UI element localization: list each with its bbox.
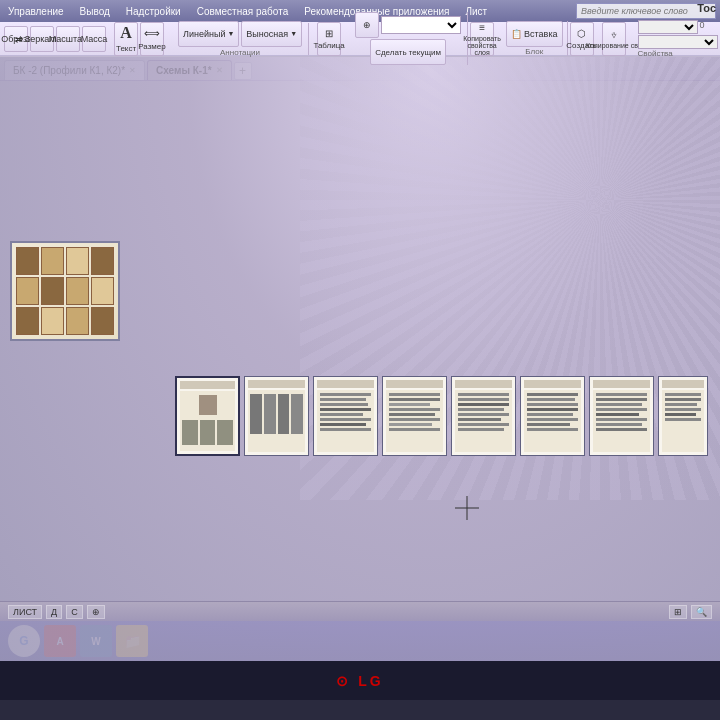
content-7	[593, 390, 650, 452]
status-right: ⊞ 🔍	[669, 605, 712, 619]
drawing-thumb-3[interactable]	[313, 376, 378, 456]
toolbar-btn-mass[interactable]: Масса	[82, 26, 106, 52]
cell-5	[16, 277, 39, 305]
menu-upravlenie[interactable]: Управление	[4, 4, 68, 19]
btn-linear[interactable]: Линейный ▼	[178, 21, 239, 47]
drawing-thumb-7[interactable]	[589, 376, 654, 456]
toolbar-btn-size[interactable]: ⟺ Размер	[140, 22, 164, 56]
drawing-inner-7	[590, 377, 653, 455]
cell-10	[41, 307, 64, 335]
content-8	[662, 390, 704, 452]
btn-vynosnaya[interactable]: Выносная ▼	[241, 21, 302, 47]
btn-create[interactable]: ⬡ Создать	[570, 22, 594, 56]
search-area	[576, 3, 716, 19]
col-2d	[291, 394, 303, 434]
cell-1	[16, 247, 39, 275]
canvas-area[interactable]	[0, 81, 720, 601]
left-drawing-thumbnail	[10, 241, 120, 341]
layer-select[interactable]	[381, 16, 461, 34]
status-d[interactable]: Д	[46, 605, 62, 619]
layers-icon: ⊕	[363, 20, 371, 30]
cols-2	[250, 394, 303, 434]
crosshair-horizontal	[455, 508, 479, 509]
cols-1	[182, 420, 233, 445]
monitor-frame: Управление Вывод Надстройки Совместная р…	[0, 0, 720, 720]
cell-7	[66, 277, 89, 305]
drawing-inner-3	[314, 377, 377, 455]
title-bar-6	[524, 380, 581, 388]
drawing-inner-2	[245, 377, 308, 455]
drawing-thumb-8[interactable]	[658, 376, 708, 456]
title-bar-3	[317, 380, 374, 388]
text-icon: A	[120, 24, 132, 42]
menu-nastroyki[interactable]: Надстройки	[122, 4, 185, 19]
btn-make-current[interactable]: Сделать текущим	[370, 39, 446, 65]
btn-copy-layer-props[interactable]: ≡ Копировать свойства слоя	[470, 22, 494, 56]
drawing-thumb-4[interactable]	[382, 376, 447, 456]
cell-2	[41, 247, 64, 275]
lg-logo: ⊙ LG	[336, 673, 383, 689]
screen: Управление Вывод Надстройки Совместная р…	[0, 0, 720, 661]
cell-4	[91, 247, 114, 275]
btn-layer-props[interactable]: ⊕	[355, 12, 379, 38]
title-bar-8	[662, 380, 704, 388]
cell-9	[16, 307, 39, 335]
drawing-inner-5	[452, 377, 515, 455]
status-grid[interactable]: ⊞	[669, 605, 687, 619]
toolbar-btn-scale[interactable]: Масштаб	[56, 26, 80, 52]
title-bar-5	[455, 380, 512, 388]
status-list[interactable]: ЛИСТ	[8, 605, 42, 619]
size-icon: ⟺	[144, 27, 160, 40]
status-s[interactable]: С	[66, 605, 83, 619]
annotations-section: Линейный ▼ Выносная ▼ Аннотации	[172, 23, 309, 55]
col-2b	[264, 394, 276, 434]
col-1c	[217, 420, 233, 445]
dropdown-icon-2: ▼	[290, 30, 297, 37]
cell-8	[91, 277, 114, 305]
cell-11	[66, 307, 89, 335]
crosshair-vertical	[467, 496, 468, 520]
dropdown-icon: ▼	[227, 30, 234, 37]
linetype-select[interactable]	[638, 35, 718, 49]
status-zoom[interactable]: 🔍	[691, 605, 712, 619]
menu-sovmest[interactable]: Совместная работа	[193, 4, 293, 19]
title-bar-7	[593, 380, 650, 388]
content-1	[180, 391, 235, 451]
drawings-row	[175, 376, 708, 456]
cell-3	[66, 247, 89, 275]
btn-copy-props[interactable]: ⎀ Копирование свойств	[602, 22, 626, 56]
copy-props-icon: ≡	[479, 22, 485, 33]
cell-6	[41, 277, 64, 305]
col-1a	[182, 420, 198, 445]
ribbon: Управление Вывод Надстройки Совместная р…	[0, 0, 720, 57]
col-2c	[278, 394, 290, 434]
toolbar-row-1: ✂ Обрезать ⇌ Зеркально Масштаб Масса A	[0, 22, 720, 56]
content-6	[524, 390, 581, 452]
content-4	[386, 390, 443, 452]
table-icon: ⊞	[325, 28, 333, 39]
drawing-inner-8	[659, 377, 707, 455]
mirror-icon: ⇌	[15, 34, 23, 44]
menu-vyvod[interactable]: Вывод	[76, 4, 114, 19]
drawing-thumb-6[interactable]	[520, 376, 585, 456]
search-input[interactable]	[576, 3, 716, 19]
toc-label: Тос	[697, 2, 716, 14]
content-5	[455, 390, 512, 452]
create-icon: ⬡	[577, 28, 586, 39]
drawing-thumb-1[interactable]	[175, 376, 240, 456]
monitor-bottom: ⊙ LG	[0, 661, 720, 700]
drawing-thumb-2[interactable]	[244, 376, 309, 456]
drawing-inner-6	[521, 377, 584, 455]
title-bar-2	[248, 380, 305, 388]
btn-insert[interactable]: 📋 Вставка	[506, 21, 562, 47]
btn-table[interactable]: ⊞ Таблица	[317, 22, 341, 56]
cell-12	[91, 307, 114, 335]
color-select[interactable]	[638, 20, 698, 34]
block-1	[199, 395, 217, 415]
insert-icon: 📋	[511, 29, 522, 39]
status-cross[interactable]: ⊕	[87, 605, 105, 619]
matchprop-icon: ⎀	[611, 29, 617, 40]
thumb-content	[12, 243, 118, 339]
drawing-thumb-5[interactable]	[451, 376, 516, 456]
toolbar-btn-text[interactable]: A Текст	[114, 22, 138, 56]
